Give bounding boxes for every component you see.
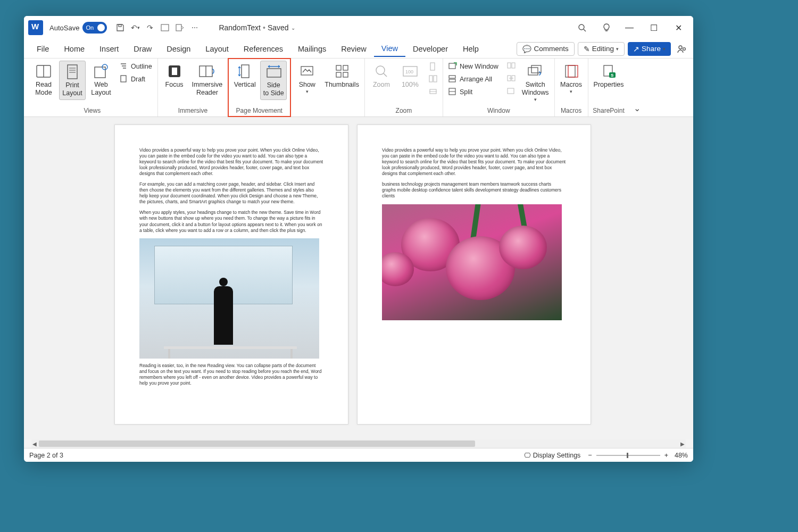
focus-button[interactable]: Focus: [161, 61, 188, 91]
scrollbar-thumb[interactable]: [39, 440, 475, 447]
group-window: New Window Arrange All Split Switch Wind…: [443, 59, 555, 117]
chevron-down-icon: ▾: [616, 46, 619, 52]
document-area[interactable]: Video provides a powerful way to help yo…: [24, 117, 693, 439]
status-bar: Page 2 of 3 🖵 Display Settings − + 48%: [24, 448, 693, 462]
qat-item-icon[interactable]: [160, 23, 170, 32]
zoom-in-button[interactable]: +: [664, 452, 668, 459]
page-width-button: [427, 86, 439, 98]
horizontal-scrollbar[interactable]: ◀ ▶: [31, 439, 686, 448]
qat-item-icon[interactable]: [175, 23, 185, 32]
scroll-left-icon[interactable]: ◀: [31, 440, 38, 447]
macros-button[interactable]: Macros▾: [558, 61, 585, 97]
page-indicator[interactable]: Page 2 of 3: [29, 452, 63, 459]
split-button[interactable]: Split: [446, 86, 501, 98]
switch-windows-icon: [527, 63, 544, 80]
comment-icon: 💬: [522, 45, 531, 53]
maximize-button[interactable]: ☐: [643, 20, 664, 36]
zoom-slider[interactable]: [596, 452, 660, 459]
draft-icon: [120, 75, 128, 84]
immersive-reader-button[interactable]: Immersive Reader: [190, 61, 225, 99]
save-icon[interactable]: [115, 23, 125, 32]
svg-point-3: [579, 24, 584, 30]
label: Arrange All: [460, 76, 492, 83]
vertical-button[interactable]: Vertical: [231, 61, 258, 91]
label: Print Layout: [62, 81, 82, 97]
show-button[interactable]: Show▾: [294, 61, 320, 97]
draft-button[interactable]: Draft: [118, 73, 154, 85]
minimize-button[interactable]: —: [619, 20, 640, 36]
thumbnails-button[interactable]: Thumbnails: [322, 61, 361, 91]
split-icon: [448, 88, 457, 96]
reset-window-button: [505, 86, 518, 98]
tab-review[interactable]: Review: [334, 41, 374, 56]
switch-windows-button[interactable]: Switch Windows▾: [520, 61, 551, 105]
display-settings-icon[interactable]: 🖵: [524, 452, 531, 459]
arrange-all-icon: [448, 75, 457, 84]
read-mode-button[interactable]: Read Mode: [30, 61, 57, 99]
undo-icon[interactable]: ↶▾: [130, 23, 140, 32]
arrange-all-button[interactable]: Arrange All: [446, 73, 501, 85]
scroll-right-icon[interactable]: ▶: [679, 440, 686, 447]
print-layout-button[interactable]: Print Layout: [59, 61, 86, 100]
svg-rect-15: [267, 69, 281, 77]
qat-customize-icon[interactable]: ⋯: [190, 23, 200, 32]
new-window-button[interactable]: New Window: [446, 61, 501, 72]
group-label: Page Movement: [231, 107, 287, 115]
group-macros: Macros▾ Macros: [555, 59, 588, 117]
svg-rect-2: [176, 24, 181, 31]
close-button[interactable]: ✕: [668, 20, 689, 36]
properties-button[interactable]: SProperties: [592, 61, 626, 91]
flowers-photo[interactable]: [382, 204, 562, 320]
side-to-side-button[interactable]: Side to Side: [260, 61, 287, 100]
ribbon-collapse-button[interactable]: ⌄: [629, 59, 645, 117]
show-icon: [298, 63, 315, 80]
tab-home[interactable]: Home: [56, 41, 92, 56]
svg-rect-8: [95, 67, 105, 78]
tab-help[interactable]: Help: [455, 41, 486, 56]
svg-rect-28: [449, 63, 455, 69]
ribbon: Read Mode Print Layout Web Layout Outlin…: [24, 59, 693, 117]
outline-icon: [120, 62, 128, 71]
group-immersive: Focus Immersive Reader Immersive: [158, 59, 229, 117]
tab-developer[interactable]: Developer: [405, 41, 455, 56]
editing-button[interactable]: ✎ Editing ▾: [578, 42, 625, 56]
tab-layout[interactable]: Layout: [198, 41, 236, 56]
page-2[interactable]: Video provides a powerful way to help yo…: [357, 124, 591, 425]
share-icon: ↗: [633, 45, 639, 53]
lightbulb-icon[interactable]: [602, 23, 611, 32]
tab-insert[interactable]: Insert: [92, 41, 126, 56]
zoom-level[interactable]: 48%: [675, 452, 688, 459]
tab-file[interactable]: File: [29, 41, 56, 56]
chevron-down-icon: ▾: [663, 46, 666, 52]
comments-button[interactable]: 💬 Comments: [517, 42, 574, 56]
display-settings-button[interactable]: Display Settings: [533, 452, 581, 459]
label: Switch Windows: [522, 81, 549, 97]
paragraph: For example, you can add a matching cove…: [139, 181, 323, 205]
svg-rect-25: [429, 76, 433, 82]
document-title[interactable]: RandomText • Saved ⌄: [219, 23, 295, 32]
word-app-icon: [28, 20, 43, 35]
page-1[interactable]: Video provides a powerful way to help yo…: [114, 124, 348, 425]
tab-draw[interactable]: Draw: [126, 41, 159, 56]
web-layout-button[interactable]: Web Layout: [88, 61, 114, 99]
collaboration-icon[interactable]: [676, 43, 688, 55]
autosave-toggle[interactable]: On: [82, 22, 107, 34]
label: Outline: [131, 63, 152, 70]
group-label: [294, 107, 361, 115]
tab-design[interactable]: Design: [159, 41, 198, 56]
office-photo[interactable]: [139, 238, 319, 359]
zoom-out-button[interactable]: −: [588, 452, 592, 459]
tab-references[interactable]: References: [236, 41, 290, 56]
redo-icon[interactable]: ↷: [145, 23, 155, 32]
paragraph: Reading is easier, too, in the new Readi…: [139, 363, 323, 386]
sync-scroll-icon: [507, 75, 516, 84]
zoom-button: Zoom: [368, 61, 395, 91]
share-label: Share: [642, 45, 661, 53]
label: Immersive Reader: [192, 81, 223, 97]
share-button[interactable]: ↗ Share ▾: [628, 42, 671, 56]
tab-mailings[interactable]: Mailings: [290, 41, 334, 56]
chevron-down-icon: ▾: [306, 89, 309, 95]
search-icon[interactable]: [577, 23, 587, 32]
tab-view[interactable]: View: [374, 41, 405, 57]
outline-button[interactable]: Outline: [118, 61, 154, 72]
